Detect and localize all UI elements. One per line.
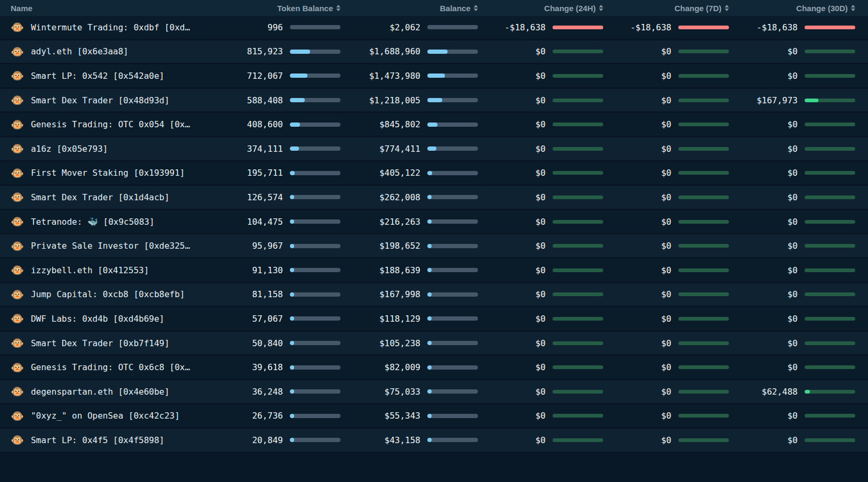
holder-name-cell[interactable]: 🐵 Smart LP: 0x542 [0x542a0e]	[0, 70, 220, 81]
sort-arrows-icon[interactable]	[599, 5, 603, 11]
token-balance-bar	[290, 122, 340, 127]
holder-name-cell[interactable]: 🐵 Smart Dex Trader [0x1d4acb]	[0, 192, 220, 202]
token-balance-bar	[290, 268, 340, 272]
table-row[interactable]: 🐵 DWF Labs: 0xd4b [0xd4b69e] 57,067 $118…	[0, 307, 868, 332]
holder-name-cell[interactable]: 🐵 "0xyz_" on OpenSea [0xc42c23]	[0, 411, 220, 421]
table-row[interactable]: 🐵 Genesis Trading: OTC 0x6c8 [0x… 39,618…	[0, 356, 868, 380]
sort-arrows-icon[interactable]	[336, 5, 340, 11]
holder-name-cell[interactable]: 🐵 izzybell.eth [0x412553]	[0, 265, 220, 275]
table-row[interactable]: 🐵 Smart LP: 0x542 [0x542a0e] 712,067 $1,…	[0, 64, 868, 89]
change-24h-bar	[553, 195, 603, 199]
balance-value: $75,033	[385, 387, 420, 397]
change-7d-cell: -$18,638	[603, 22, 729, 32]
table-row[interactable]: 🐵 adyl.eth [0x6e3aa8] 815,923 $1,688,960…	[0, 40, 868, 65]
sort-arrows-icon[interactable]	[851, 5, 855, 11]
holder-name-cell[interactable]: 🐵 Smart LP: 0x4f5 [0x4f5898]	[0, 435, 220, 445]
change-24h-cell: $0	[478, 435, 603, 445]
change-24h-value: $0	[536, 435, 546, 445]
table-row[interactable]: 🐵 Smart LP: 0x4f5 [0x4f5898] 20,849 $43,…	[0, 429, 868, 453]
table-row[interactable]: 🐵 a16z [0x05e793] 374,111 $774,411 $0 $0…	[0, 137, 868, 162]
table-row[interactable]: 🐵 Smart Dex Trader [0x1d4acb] 126,574 $2…	[0, 186, 868, 210]
change-7d-cell: $0	[603, 46, 729, 56]
token-balance-bar	[290, 244, 340, 248]
holder-name-label: "0xyz_" on OpenSea [0xc42c23]	[31, 411, 180, 421]
change-24h-value: $0	[536, 241, 546, 251]
change-30d-bar	[805, 195, 855, 199]
balance-bar	[427, 195, 478, 199]
change-30d-value: $0	[788, 435, 798, 445]
holder-name-cell[interactable]: 🐵 DWF Labs: 0xd4b [0xd4b69e]	[0, 313, 220, 324]
token-balance-value: 91,130	[252, 265, 283, 275]
change-30d-cell: $0	[729, 338, 855, 348]
change-24h-bar	[553, 438, 603, 442]
token-balance-cell: 57,067	[220, 314, 340, 324]
holder-name-cell[interactable]: 🐵 First Mover Staking [0x193991]	[0, 168, 220, 178]
holder-name-cell[interactable]: 🐵 Wintermute Trading: 0xdbf [0xd…	[0, 22, 220, 32]
change-7d-cell: $0	[603, 217, 729, 227]
balance-cell: $188,639	[340, 265, 478, 275]
token-balance-cell: 374,111	[220, 144, 340, 154]
holder-name-cell[interactable]: 🐵 Jump Capital: 0xcb8 [0xcb8efb]	[0, 289, 220, 300]
column-header-change-24h[interactable]: Change (24H)	[478, 4, 603, 13]
token-balance-value: 126,574	[247, 192, 283, 202]
change-7d-value: $0	[661, 71, 671, 81]
change-24h-bar	[553, 147, 603, 151]
table-row[interactable]: 🐵 izzybell.eth [0x412553] 91,130 $188,63…	[0, 259, 868, 283]
column-header-token-balance[interactable]: Token Balance	[220, 4, 340, 13]
table-row[interactable]: 🐵 Jump Capital: 0xcb8 [0xcb8efb] 81,158 …	[0, 283, 868, 308]
token-balance-value: 26,736	[252, 411, 283, 421]
table-row[interactable]: 🐵 Genesis Trading: OTC 0x054 [0x… 408,60…	[0, 113, 868, 137]
table-row[interactable]: 🐵 degenspartan.eth [0x4e60be] 36,248 $75…	[0, 380, 868, 405]
change-24h-value: $0	[536, 71, 546, 81]
column-header-change-7d[interactable]: Change (7D)	[603, 4, 729, 13]
holder-name-cell[interactable]: 🐵 a16z [0x05e793]	[0, 143, 220, 154]
holder-name-cell[interactable]: 🐵 Smart Dex Trader [0x48d93d]	[0, 95, 220, 105]
table-row[interactable]: 🐵 Tetranode: 🐳 [0x9c5083] 104,475 $216,2…	[0, 210, 868, 235]
table-row[interactable]: 🐵 Wintermute Trading: 0xdbf [0xd… 996 $2…	[0, 16, 868, 40]
change-7d-value: $0	[661, 241, 671, 251]
holder-name-label: DWF Labs: 0xd4b [0xd4b69e]	[31, 314, 164, 324]
change-24h-cell: $0	[478, 338, 603, 348]
change-30d-cell: $0	[729, 192, 855, 202]
change-30d-bar	[805, 122, 855, 126]
monkey-face-icon: 🐵	[11, 119, 24, 130]
holder-name-cell[interactable]: 🐵 Genesis Trading: OTC 0x054 [0x…	[0, 119, 220, 130]
change-24h-value: $0	[536, 144, 546, 154]
token-balance-cell: 20,849	[220, 435, 340, 445]
holder-name-cell[interactable]: 🐵 Genesis Trading: OTC 0x6c8 [0x…	[0, 362, 220, 373]
holder-name-cell[interactable]: 🐵 Private Sale Investor [0xde325…	[0, 241, 220, 251]
token-balance-cell: 81,158	[220, 289, 340, 299]
table-row[interactable]: 🐵 Smart Dex Trader [0xb7f149] 50,840 $10…	[0, 332, 868, 356]
sort-arrows-icon[interactable]	[725, 5, 729, 11]
balance-bar	[427, 268, 478, 272]
change-7d-bar	[678, 414, 729, 418]
balance-value: $1,218,005	[369, 95, 420, 105]
table-row[interactable]: 🐵 Smart Dex Trader [0x48d93d] 588,408 $1…	[0, 89, 868, 113]
token-balance-cell: 712,067	[220, 71, 340, 81]
column-header-change-30d[interactable]: Change (30D)	[729, 4, 855, 13]
change-30d-bar	[805, 99, 855, 102]
balance-cell: $43,158	[340, 435, 478, 445]
token-balance-bar	[290, 195, 340, 199]
change-24h-bar	[553, 171, 603, 175]
balance-bar	[427, 292, 478, 297]
table-row[interactable]: 🐵 "0xyz_" on OpenSea [0xc42c23] 26,736 $…	[0, 405, 868, 429]
change-30d-value: $0	[788, 192, 798, 202]
table-row[interactable]: 🐵 First Mover Staking [0x193991] 195,711…	[0, 162, 868, 186]
change-30d-bar	[805, 74, 855, 78]
table-row[interactable]: 🐵 Private Sale Investor [0xde325… 95,967…	[0, 234, 868, 259]
balance-cell: $262,008	[340, 192, 478, 202]
token-balance-bar	[290, 341, 340, 345]
balance-value: $774,411	[379, 144, 420, 154]
column-header-balance[interactable]: Balance	[340, 4, 478, 13]
holder-name-cell[interactable]: 🐵 adyl.eth [0x6e3aa8]	[0, 46, 220, 57]
holder-name-cell[interactable]: 🐵 degenspartan.eth [0x4e60be]	[0, 386, 220, 397]
change-24h-cell: $0	[478, 387, 603, 397]
sort-arrows-icon[interactable]	[474, 5, 478, 11]
holder-name-cell[interactable]: 🐵 Smart Dex Trader [0xb7f149]	[0, 338, 220, 348]
change-30d-cell: $0	[729, 362, 855, 372]
change-30d-cell: $167,973	[729, 95, 855, 105]
change-30d-bar	[805, 292, 855, 296]
holder-name-cell[interactable]: 🐵 Tetranode: 🐳 [0x9c5083]	[0, 216, 220, 227]
balance-bar	[427, 414, 478, 418]
